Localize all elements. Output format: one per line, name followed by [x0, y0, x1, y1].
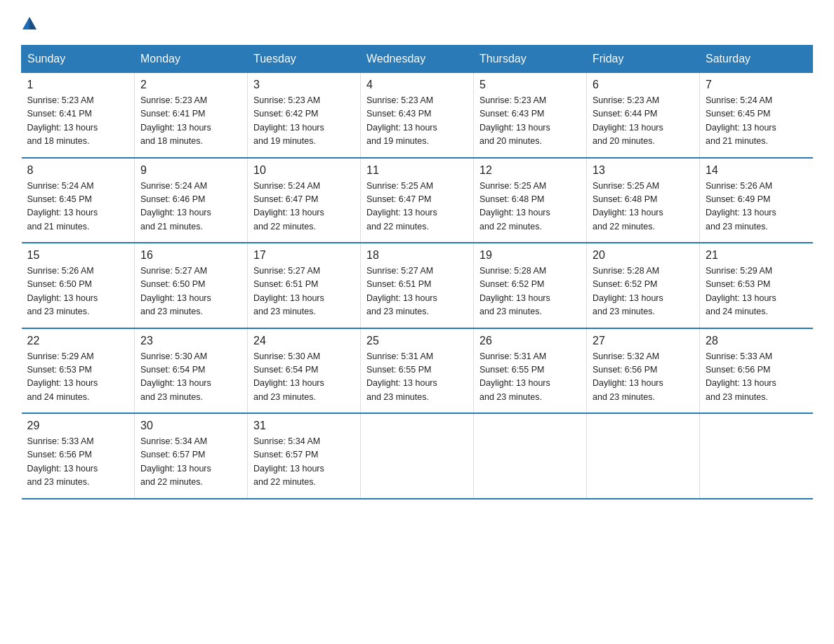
day-sunrise-info: Sunrise: 5:23 AMSunset: 6:43 PMDaylight:…	[479, 95, 550, 146]
day-number: 2	[140, 79, 241, 91]
day-sunrise-info: Sunrise: 5:29 AMSunset: 6:53 PMDaylight:…	[27, 351, 98, 402]
day-number: 25	[366, 335, 468, 347]
logo-triangle-icon	[22, 17, 37, 29]
day-sunrise-info: Sunrise: 5:30 AMSunset: 6:54 PMDaylight:…	[253, 351, 324, 402]
day-number: 19	[479, 249, 581, 262]
calendar-day-18: 18Sunrise: 5:27 AMSunset: 6:51 PMDayligh…	[361, 243, 474, 328]
day-number: 4	[366, 79, 468, 91]
calendar-day-24: 24Sunrise: 5:30 AMSunset: 6:54 PMDayligh…	[248, 328, 361, 414]
day-number: 5	[479, 79, 581, 91]
calendar-empty-cell	[474, 413, 587, 499]
day-number: 7	[706, 79, 807, 91]
day-sunrise-info: Sunrise: 5:24 AMSunset: 6:46 PMDaylight:…	[140, 181, 211, 232]
day-number: 20	[593, 249, 694, 262]
day-sunrise-info: Sunrise: 5:23 AMSunset: 6:44 PMDaylight:…	[593, 95, 663, 146]
calendar-day-6: 6Sunrise: 5:23 AMSunset: 6:44 PMDaylight…	[587, 73, 700, 158]
calendar-day-14: 14Sunrise: 5:26 AMSunset: 6:49 PMDayligh…	[700, 158, 813, 243]
calendar-day-17: 17Sunrise: 5:27 AMSunset: 6:51 PMDayligh…	[248, 243, 361, 328]
calendar-empty-cell	[700, 413, 813, 499]
day-sunrise-info: Sunrise: 5:27 AMSunset: 6:51 PMDaylight:…	[366, 266, 437, 316]
day-number: 17	[253, 249, 355, 262]
calendar-day-10: 10Sunrise: 5:24 AMSunset: 6:47 PMDayligh…	[248, 158, 361, 243]
day-number: 8	[27, 164, 129, 177]
day-sunrise-info: Sunrise: 5:26 AMSunset: 6:49 PMDaylight:…	[706, 181, 776, 232]
calendar-day-29: 29Sunrise: 5:33 AMSunset: 6:56 PMDayligh…	[22, 413, 135, 499]
calendar-day-5: 5Sunrise: 5:23 AMSunset: 6:43 PMDaylight…	[474, 73, 587, 158]
day-sunrise-info: Sunrise: 5:31 AMSunset: 6:55 PMDaylight:…	[366, 351, 437, 402]
day-sunrise-info: Sunrise: 5:25 AMSunset: 6:47 PMDaylight:…	[366, 181, 437, 232]
calendar-day-8: 8Sunrise: 5:24 AMSunset: 6:45 PMDaylight…	[22, 158, 135, 243]
day-number: 24	[253, 335, 355, 347]
calendar-day-30: 30Sunrise: 5:34 AMSunset: 6:57 PMDayligh…	[135, 413, 248, 499]
day-sunrise-info: Sunrise: 5:34 AMSunset: 6:57 PMDaylight:…	[253, 436, 324, 487]
day-number: 12	[479, 164, 581, 177]
calendar-day-3: 3Sunrise: 5:23 AMSunset: 6:42 PMDaylight…	[248, 73, 361, 158]
day-number: 21	[706, 249, 807, 262]
day-sunrise-info: Sunrise: 5:26 AMSunset: 6:50 PMDaylight:…	[27, 266, 98, 316]
header-wednesday: Wednesday	[361, 46, 474, 73]
day-sunrise-info: Sunrise: 5:23 AMSunset: 6:41 PMDaylight:…	[27, 95, 98, 146]
day-number: 11	[366, 164, 468, 177]
day-number: 16	[140, 249, 241, 262]
day-sunrise-info: Sunrise: 5:23 AMSunset: 6:41 PMDaylight:…	[140, 95, 211, 146]
calendar-week-5: 29Sunrise: 5:33 AMSunset: 6:56 PMDayligh…	[22, 413, 813, 499]
day-number: 27	[593, 335, 694, 347]
day-number: 15	[27, 249, 129, 262]
header-tuesday: Tuesday	[248, 46, 361, 73]
day-number: 13	[593, 164, 694, 177]
day-sunrise-info: Sunrise: 5:31 AMSunset: 6:55 PMDaylight:…	[479, 351, 550, 402]
day-sunrise-info: Sunrise: 5:24 AMSunset: 6:45 PMDaylight:…	[706, 95, 776, 146]
day-number: 10	[253, 164, 355, 177]
calendar-day-15: 15Sunrise: 5:26 AMSunset: 6:50 PMDayligh…	[22, 243, 135, 328]
calendar-week-1: 1Sunrise: 5:23 AMSunset: 6:41 PMDaylight…	[22, 73, 813, 158]
calendar-day-12: 12Sunrise: 5:25 AMSunset: 6:48 PMDayligh…	[474, 158, 587, 243]
day-number: 30	[140, 420, 241, 432]
day-number: 28	[706, 335, 807, 347]
header-saturday: Saturday	[700, 46, 813, 73]
header-thursday: Thursday	[474, 46, 587, 73]
calendar-day-20: 20Sunrise: 5:28 AMSunset: 6:52 PMDayligh…	[587, 243, 700, 328]
day-number: 3	[253, 79, 355, 91]
day-sunrise-info: Sunrise: 5:30 AMSunset: 6:54 PMDaylight:…	[140, 351, 211, 402]
day-sunrise-info: Sunrise: 5:27 AMSunset: 6:51 PMDaylight:…	[253, 266, 324, 316]
calendar-day-26: 26Sunrise: 5:31 AMSunset: 6:55 PMDayligh…	[474, 328, 587, 414]
calendar-day-22: 22Sunrise: 5:29 AMSunset: 6:53 PMDayligh…	[22, 328, 135, 414]
day-number: 6	[593, 79, 694, 91]
calendar-day-31: 31Sunrise: 5:34 AMSunset: 6:57 PMDayligh…	[248, 413, 361, 499]
calendar-week-3: 15Sunrise: 5:26 AMSunset: 6:50 PMDayligh…	[22, 243, 813, 328]
day-number: 22	[27, 335, 129, 347]
header-friday: Friday	[587, 46, 700, 73]
calendar-header-row: Sunday Monday Tuesday Wednesday Thursday…	[22, 46, 813, 73]
day-number: 14	[706, 164, 807, 177]
day-number: 9	[140, 164, 241, 177]
calendar-day-16: 16Sunrise: 5:27 AMSunset: 6:50 PMDayligh…	[135, 243, 248, 328]
day-sunrise-info: Sunrise: 5:25 AMSunset: 6:48 PMDaylight:…	[479, 181, 550, 232]
day-number: 18	[366, 249, 468, 262]
day-number: 1	[27, 79, 129, 91]
calendar-table: Sunday Monday Tuesday Wednesday Thursday…	[21, 45, 813, 499]
page-header	[21, 14, 813, 32]
calendar-day-7: 7Sunrise: 5:24 AMSunset: 6:45 PMDaylight…	[700, 73, 813, 158]
day-sunrise-info: Sunrise: 5:29 AMSunset: 6:53 PMDaylight:…	[706, 266, 776, 316]
calendar-day-2: 2Sunrise: 5:23 AMSunset: 6:41 PMDaylight…	[135, 73, 248, 158]
day-sunrise-info: Sunrise: 5:32 AMSunset: 6:56 PMDaylight:…	[593, 351, 663, 402]
day-sunrise-info: Sunrise: 5:24 AMSunset: 6:45 PMDaylight:…	[27, 181, 98, 232]
calendar-week-2: 8Sunrise: 5:24 AMSunset: 6:45 PMDaylight…	[22, 158, 813, 243]
header-sunday: Sunday	[22, 46, 135, 73]
calendar-day-25: 25Sunrise: 5:31 AMSunset: 6:55 PMDayligh…	[361, 328, 474, 414]
calendar-empty-cell	[361, 413, 474, 499]
calendar-day-1: 1Sunrise: 5:23 AMSunset: 6:41 PMDaylight…	[22, 73, 135, 158]
day-sunrise-info: Sunrise: 5:24 AMSunset: 6:47 PMDaylight:…	[253, 181, 324, 232]
calendar-week-4: 22Sunrise: 5:29 AMSunset: 6:53 PMDayligh…	[22, 328, 813, 414]
calendar-day-4: 4Sunrise: 5:23 AMSunset: 6:43 PMDaylight…	[361, 73, 474, 158]
calendar-day-23: 23Sunrise: 5:30 AMSunset: 6:54 PMDayligh…	[135, 328, 248, 414]
calendar-day-28: 28Sunrise: 5:33 AMSunset: 6:56 PMDayligh…	[700, 328, 813, 414]
header-monday: Monday	[135, 46, 248, 73]
logo	[21, 14, 37, 32]
calendar-day-19: 19Sunrise: 5:28 AMSunset: 6:52 PMDayligh…	[474, 243, 587, 328]
day-sunrise-info: Sunrise: 5:33 AMSunset: 6:56 PMDaylight:…	[27, 436, 98, 487]
day-sunrise-info: Sunrise: 5:23 AMSunset: 6:42 PMDaylight:…	[253, 95, 324, 146]
day-sunrise-info: Sunrise: 5:34 AMSunset: 6:57 PMDaylight:…	[140, 436, 211, 487]
calendar-day-9: 9Sunrise: 5:24 AMSunset: 6:46 PMDaylight…	[135, 158, 248, 243]
day-sunrise-info: Sunrise: 5:25 AMSunset: 6:48 PMDaylight:…	[593, 181, 663, 232]
